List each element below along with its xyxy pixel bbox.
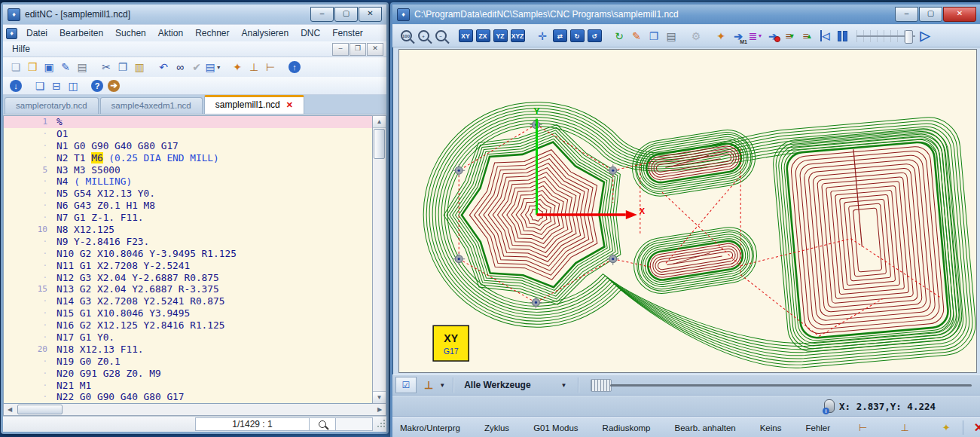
tab-samplerotaryb.ncd[interactable]: samplerotaryb.ncd [5, 97, 99, 114]
copy-icon[interactable]: ❐ [114, 60, 131, 75]
run-to-point-icon[interactable]: ➔ [765, 28, 780, 44]
code-line[interactable]: ·N14 G3 X2.7208 Y2.5241 R0.875 [4, 295, 372, 307]
print-icon[interactable]: ▤ [74, 60, 90, 75]
rotate-cw-icon[interactable]: ↻ [569, 28, 585, 44]
find-icon[interactable]: ∞ [172, 60, 188, 75]
view-zx-button[interactable]: ZX [475, 28, 490, 44]
code-line[interactable]: ·N6 G43 Z0.1 H1 M8 [4, 200, 372, 212]
menu-item-fenster[interactable]: Fenster [326, 27, 369, 39]
view-xyz-button[interactable]: XYZ [510, 28, 525, 44]
view-xy-button[interactable]: XY [458, 28, 473, 44]
scroll-right-arrow[interactable]: ▶ [374, 406, 386, 413]
zoom-out-icon[interactable]: – [433, 28, 448, 44]
pan-icon[interactable]: ✛ [535, 28, 550, 44]
tab-samplemill1.ncd[interactable]: samplemill1.ncd✕ [204, 95, 304, 114]
view-yz-button[interactable]: YZ [493, 28, 508, 44]
flashlight-icon[interactable]: ✦ [229, 60, 246, 75]
measure-icon[interactable]: ✎ [629, 28, 644, 44]
menu-item-analysieren[interactable]: Analysieren [235, 27, 295, 39]
pause-icon[interactable] [835, 28, 850, 44]
copy-image-icon[interactable]: ❐ [646, 28, 661, 44]
code-line[interactable]: ·N5 G54 X12.13 Y0. [4, 188, 372, 200]
menu-item-datei[interactable]: Datei [20, 27, 53, 39]
tab-sample4axedm1.ncd[interactable]: sample4axedm1.ncd [100, 97, 203, 114]
exit-icon[interactable]: ➔ [105, 78, 122, 93]
editor-titlebar[interactable]: ♦ editNC - [samplemill1.ncd] –▢✕ [3, 5, 386, 24]
tool-next-icon[interactable]: ⊢ [262, 60, 279, 75]
status-item-3[interactable]: G01 Modus [526, 423, 585, 432]
code-line[interactable]: ·N22 G0 G90 G40 G80 G17 [4, 391, 372, 403]
maximize-button[interactable]: ▢ [919, 7, 942, 22]
tool-change-icon[interactable]: ≣▼ [748, 28, 763, 44]
block-down-icon[interactable]: ≡▼ [783, 28, 798, 44]
flashlight-status-icon[interactable]: ✦ [930, 422, 963, 433]
scroll-left-arrow[interactable]: ◀ [4, 406, 16, 413]
menu-item-hilfe[interactable]: Hilfe [6, 43, 36, 55]
status-item-2[interactable]: Zyklus [477, 423, 517, 432]
speed-slider[interactable] [856, 29, 915, 43]
rotate-ccw-icon[interactable]: ↺ [587, 28, 602, 44]
block-list-icon[interactable]: ▤▼ [205, 60, 221, 75]
split-vertical-icon[interactable]: ◫ [65, 78, 81, 93]
code-editor[interactable]: 1%·O1·N1 G0 G90 G40 G80 G17·N2 T1 M6 (0.… [3, 115, 372, 404]
code-line[interactable]: ·N4 ( MILLING) [4, 176, 372, 188]
settings-wrench-icon[interactable]: ⚙ [688, 28, 704, 44]
menu-item-suchen[interactable]: Suchen [109, 27, 152, 39]
edit-icon[interactable]: ✎ [57, 60, 74, 75]
slider-thumb[interactable] [905, 30, 913, 44]
progress-slider[interactable] [588, 378, 973, 392]
code-line[interactable]: ·N20 G91 G28 Z0. M9 [4, 368, 372, 380]
code-line[interactable]: ·N2 T1 M6 (0.25 DIA END MILL) [4, 152, 372, 164]
code-line[interactable]: 15N13 G2 X2.04 Y2.6887 R-3.375 [4, 283, 372, 295]
vertical-scrollbar[interactable]: ▲ ▼ [372, 115, 386, 404]
code-line[interactable]: ·N16 G2 X12.125 Y2.8416 R1.125 [4, 319, 372, 332]
code-line[interactable]: ·N1 G0 G90 G40 G80 G17 [4, 140, 372, 152]
open-file-icon[interactable]: ❒ [24, 60, 41, 75]
minimize-button[interactable]: – [895, 7, 918, 22]
print-icon[interactable]: ▤ [664, 28, 679, 44]
status-item-5[interactable]: Bearb. anhalten [667, 423, 743, 432]
menu-item-bearbeiten[interactable]: Bearbeiten [53, 27, 109, 39]
horizontal-scroll-thumb[interactable] [17, 405, 63, 414]
scroll-down-arrow[interactable]: ▼ [373, 391, 386, 403]
maximize-button[interactable]: ▢ [334, 7, 358, 22]
status-item-7[interactable]: Fehler [798, 423, 838, 432]
code-line[interactable]: ·N10 G2 X10.8046 Y-3.9495 R1.125 [4, 248, 372, 260]
code-line[interactable]: ·N19 G0 Z0.1 [4, 356, 372, 368]
slider-track[interactable] [610, 384, 972, 387]
code-line[interactable]: 10N8 X12.125 [4, 224, 372, 236]
close-simulation-button[interactable]: ✕Schließen [963, 420, 980, 435]
code-line[interactable]: ·N17 G1 Y0. [4, 332, 372, 344]
close-button[interactable]: ✕ [359, 7, 382, 22]
mdi-close-button[interactable]: ✕ [367, 43, 383, 56]
help-icon[interactable]: ? [89, 78, 105, 93]
status-item-4[interactable]: Radiuskomp [595, 423, 658, 432]
code-line[interactable]: 20N18 X12.13 F11. [4, 344, 372, 356]
status-item-6[interactable]: Keins [753, 423, 789, 432]
code-line[interactable]: 1% [4, 116, 372, 128]
rotate-free-icon[interactable]: ⇄ [552, 28, 567, 44]
horizontal-scrollbar[interactable]: ◀ ▶ [3, 404, 386, 416]
paste-icon[interactable]: ▥ [131, 60, 148, 75]
tool-restart-icon[interactable]: ⊥ [246, 60, 262, 75]
split-horizontal-icon[interactable]: ⊟ [48, 78, 65, 93]
code-line[interactable]: ·N9 Y-2.8416 F23. [4, 236, 372, 248]
checklist-button[interactable]: ☑ [395, 377, 417, 393]
scroll-up-arrow[interactable]: ▲ [373, 116, 386, 128]
spellcheck-icon[interactable]: ✔ [188, 60, 205, 75]
code-line[interactable]: ·O1 [4, 128, 372, 140]
viewer-titlebar[interactable]: ♦ C:\ProgramData\editNC\Samples\CNC Prog… [392, 5, 980, 24]
simulate-flashlight-icon[interactable]: ✦ [713, 28, 728, 44]
new-file-icon[interactable]: ❏ [8, 60, 24, 75]
tab-close-icon[interactable]: ✕ [286, 100, 293, 109]
code-line[interactable]: ·N11 G1 X2.7208 Y-2.5241 [4, 260, 372, 272]
go-start-icon[interactable]: ◁ [817, 28, 832, 44]
slider-handle[interactable] [591, 379, 612, 392]
code-line[interactable]: ·N12 G3 X2.04 Y-2.6887 R0.875 [4, 272, 372, 284]
cascade-windows-icon[interactable]: ❏ [32, 78, 48, 93]
play-icon[interactable]: ▷ [917, 28, 933, 44]
tool-filter-combobox[interactable]: Alle Werkzeuge ▼ [458, 379, 572, 391]
block-up-icon[interactable]: ≡▲ [800, 28, 815, 44]
mdi-restore-button[interactable]: ❐ [350, 43, 366, 56]
scroll-top-icon[interactable]: ↑ [286, 60, 303, 75]
